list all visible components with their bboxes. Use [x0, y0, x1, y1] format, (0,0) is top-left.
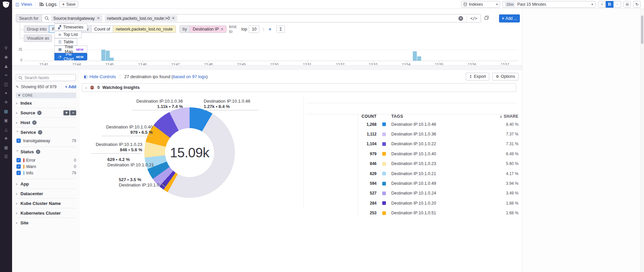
- options-button[interactable]: ⚙ Options: [492, 73, 518, 80]
- hide-controls-button[interactable]: ◧ Hide Controls: [84, 74, 116, 79]
- chevron-right-icon[interactable]: ›: [16, 110, 20, 115]
- top-n-input[interactable]: 10: [249, 25, 259, 33]
- chevron-down-icon[interactable]: ›: [15, 130, 20, 135]
- timeline-bar[interactable]: [110, 58, 114, 61]
- rail-watchdog-icon[interactable]: ◉: [3, 55, 9, 59]
- facet-kubernetes-cluster[interactable]: ›Kubernetes Cluster: [16, 208, 76, 218]
- facet-host[interactable]: ›Host✓: [16, 118, 76, 127]
- facet-search-box[interactable]: [16, 74, 76, 81]
- time-range-dropdown[interactable]: 15m Past 15 Minutes ▾: [502, 1, 596, 8]
- add-facet-button[interactable]: +Add: [65, 85, 76, 89]
- refresh-button[interactable]: ↻: [633, 1, 641, 8]
- facet-filter-button[interactable]: ▼: [63, 110, 69, 115]
- rail-network-map-icon[interactable]: ✣: [3, 100, 9, 105]
- pause-button[interactable]: [606, 1, 613, 8]
- views-button[interactable]: ◫ Views: [15, 2, 32, 7]
- chevron-right-icon[interactable]: ›: [16, 201, 20, 206]
- indexes-dropdown[interactable]: Indexes ▾: [461, 1, 500, 8]
- rail-logs-icon[interactable]: ▤: [3, 109, 9, 114]
- facet-app[interactable]: ›App: [16, 179, 76, 188]
- aggregation-function[interactable]: Count of: [91, 25, 113, 33]
- scrollbar-thumb[interactable]: [641, 15, 643, 44]
- remove-icon[interactable]: ✕: [220, 27, 224, 32]
- timeline-bar[interactable]: [101, 50, 105, 61]
- rail-dashboards-icon[interactable]: ▦: [3, 145, 9, 150]
- rail-security-icon[interactable]: ▣: [3, 118, 9, 123]
- based-on-logs-link[interactable]: based on 97 logs: [173, 74, 206, 79]
- remove-icon[interactable]: ✕: [172, 16, 175, 20]
- facet-value-row[interactable]: ✓Warn0: [16, 163, 76, 170]
- facet-service[interactable]: ›Service✓: [16, 127, 76, 137]
- table-row[interactable]: 846Destination IP:10.1.0.235.60 %: [358, 159, 518, 169]
- rail-ci-pipelines-icon[interactable]: △: [3, 127, 9, 132]
- table-row[interactable]: 979Destination IP:10.1.0.406.49 %: [358, 149, 518, 159]
- watchdog-insights-row[interactable]: › 0 Watchdog Insights: [82, 83, 516, 92]
- table-row[interactable]: 284Destination IP:10.1.0.201.88 %: [358, 198, 518, 208]
- timeline-bar[interactable]: [106, 51, 110, 61]
- zoom-out-button[interactable]: ⊖: [624, 1, 631, 8]
- facet-value-row[interactable]: ✓Info79: [16, 170, 76, 176]
- viz-timeseries-button[interactable]: ▞Timeseries: [54, 23, 87, 31]
- copy-button[interactable]: [484, 15, 489, 21]
- table-row[interactable]: 1,112Destination IP:10.1.0.367.37 %: [358, 129, 518, 139]
- formula-button[interactable]: Σ: [277, 25, 285, 33]
- measure-field[interactable]: network.packets_lost.no_route: [113, 25, 176, 33]
- chevron-down-icon[interactable]: ›: [15, 150, 20, 154]
- facet-source[interactable]: ›Source✓▼✕: [16, 108, 76, 117]
- rail-synthetics-icon[interactable]: ❖: [3, 136, 9, 141]
- timeline-brush-strip[interactable]: [12, 65, 522, 70]
- rewind-button[interactable]: «: [598, 1, 606, 8]
- chevron-right-icon[interactable]: ›: [16, 120, 20, 125]
- add-query-icon[interactable]: +: [267, 26, 273, 32]
- facet-remove-button[interactable]: ✕: [70, 110, 76, 115]
- count-column-header[interactable]: COUNT: [358, 114, 377, 119]
- rail-metrics-icon[interactable]: ≈: [3, 73, 9, 77]
- log-volume-timeline[interactable]: 25 0 13:4313:4413:4513:4613:4713:4813:49…: [12, 47, 522, 66]
- clear-search-icon[interactable]: ✕: [458, 16, 463, 21]
- code-view-toggle[interactable]: </>: [466, 15, 481, 21]
- search-filter-chip[interactable]: network.packets_lost.no_route:>0✕: [105, 15, 178, 21]
- datadog-logo[interactable]: [2, 1, 10, 8]
- chevron-right-icon[interactable]: ›: [16, 101, 20, 106]
- fast-forward-button[interactable]: »: [613, 1, 621, 8]
- rail-search-icon[interactable]: ⚲: [3, 46, 9, 50]
- table-row[interactable]: 1,268Destination IP:10.1.0.468.40 %: [358, 119, 518, 129]
- rail-apm-icon[interactable]: ✦: [3, 91, 9, 96]
- scrollbar-track[interactable]: [640, 9, 644, 272]
- search-input-container[interactable]: Search for Source:transitgateway✕network…: [16, 14, 481, 22]
- rail-users-icon[interactable]: ◫: [3, 82, 9, 87]
- top-label[interactable]: top: [241, 27, 249, 32]
- facet-group-core[interactable]: ▼ CORE: [16, 93, 76, 98]
- table-row[interactable]: 527Destination IP:10.1.0.243.49 %: [358, 188, 518, 198]
- share-column-header[interactable]: ↓SHARE: [490, 114, 518, 119]
- rail-incidents-icon[interactable]: ▲: [3, 64, 9, 68]
- save-button[interactable]: + Save: [59, 1, 78, 7]
- checked-checkbox[interactable]: ✓: [16, 158, 21, 162]
- checked-checkbox[interactable]: ✓: [16, 139, 21, 143]
- facet-status[interactable]: ›Status✓: [16, 147, 76, 156]
- tags-column-header[interactable]: TAGS: [391, 114, 490, 119]
- add-widget-button[interactable]: + Add ...: [499, 14, 520, 22]
- facet-index[interactable]: ›Index: [16, 98, 76, 108]
- table-row[interactable]: 253Destination IP:10.1.0.511.68 %: [358, 208, 518, 218]
- facet-value-row[interactable]: ✓Error0: [16, 157, 76, 163]
- facet-kube-cluster-name[interactable]: ›Kube Cluster Name: [16, 199, 76, 208]
- search-filter-chip[interactable]: Source:transitgateway✕: [51, 15, 102, 21]
- remove-icon[interactable]: ✕: [97, 16, 100, 20]
- edit-facets-icon[interactable]: ✎: [16, 85, 19, 89]
- viz-top-list-button[interactable]: ≡Top List: [54, 31, 81, 38]
- viz-pie-chart-button[interactable]: ◔Pie ChartNEW: [54, 53, 87, 60]
- timeline-bar[interactable]: [417, 56, 421, 61]
- export-button[interactable]: ↥ Export: [466, 73, 489, 80]
- rail-settings-icon[interactable]: ☰: [3, 154, 9, 159]
- chevron-right-icon[interactable]: ›: [16, 211, 20, 216]
- checked-checkbox[interactable]: ✓: [16, 171, 21, 175]
- facet-value-row[interactable]: ✓transitgateway79: [16, 138, 76, 144]
- checked-checkbox[interactable]: ✓: [16, 164, 21, 169]
- chevron-right-icon[interactable]: ›: [16, 220, 20, 225]
- timeline-bar[interactable]: [413, 51, 417, 61]
- more-options-icon[interactable]: ⋮: [259, 27, 267, 32]
- facet-datacenter[interactable]: ›Datacenter: [16, 189, 76, 198]
- table-row[interactable]: 1,104Destination IP:10.1.0.227.31 %: [358, 139, 518, 149]
- chevron-right-icon[interactable]: ›: [16, 191, 20, 196]
